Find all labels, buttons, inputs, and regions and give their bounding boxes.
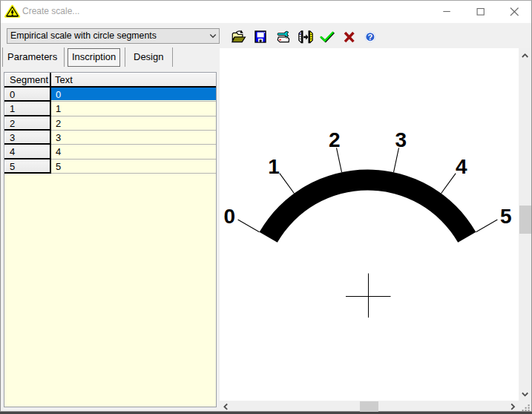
svg-text:1: 1	[268, 155, 280, 178]
svg-text:?: ?	[368, 33, 373, 42]
svg-text:0: 0	[224, 205, 236, 228]
svg-text:5: 5	[500, 205, 512, 228]
svg-text:3: 3	[395, 128, 407, 151]
svg-text:2: 2	[329, 128, 341, 151]
svg-text:4: 4	[456, 155, 467, 178]
